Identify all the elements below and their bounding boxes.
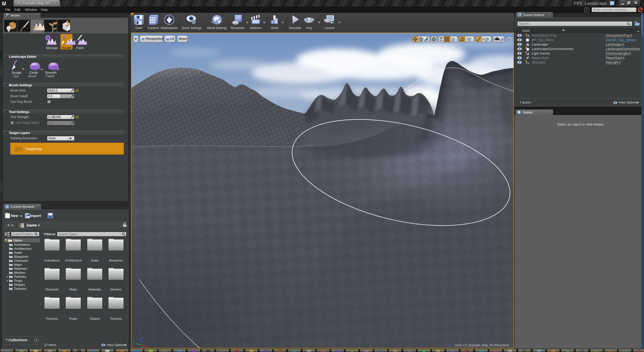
svg-text:Blueprints: Blueprints [109,259,123,262]
svg-text:Simulate: Simulate [289,26,301,30]
svg-text:Quick Settings: Quick Settings [182,26,202,30]
svg-text:Maps: Maps [70,288,77,291]
svg-text:World Settings: World Settings [207,26,227,30]
svg-text:Level: LS_Example_Map_00 (Per: Level: LS_Example_Map_00 (Persistent) [454,344,509,347]
svg-text:Materials: Materials [88,288,101,291]
svg-text:Audio: Audio [91,259,99,262]
svg-text:Meshes: Meshes [110,288,122,291]
svg-text:Props: Props [69,317,78,320]
svg-text:Textures: Textures [110,317,122,320]
svg-text:z: z [142,336,143,339]
svg-text:Launch: Launch [324,26,334,30]
svg-text:Content: Content [148,26,159,30]
svg-text:Animations: Animations [44,259,60,262]
svg-text:Marketplace: Marketplace [161,26,178,30]
svg-text:Architecture: Architecture [65,259,82,262]
svg-text:x: x [148,346,149,348]
svg-text:Character: Character [45,288,59,291]
svg-text:y: y [134,341,135,344]
svg-text:Matinee: Matinee [250,26,262,30]
svg-text:Save: Save [135,26,142,30]
svg-text:8: 8 [502,37,503,41]
svg-text:10°: 10° [467,37,472,41]
svg-text:0.25: 0.25 [482,37,489,41]
svg-text:Shapes: Shapes [90,317,100,320]
svg-text:10: 10 [451,37,455,41]
svg-text:Particles: Particles [46,317,58,320]
svg-text:Blueprints: Blueprints [230,26,244,30]
svg-text:Build: Build [271,26,278,30]
svg-text:Play: Play [306,26,312,30]
